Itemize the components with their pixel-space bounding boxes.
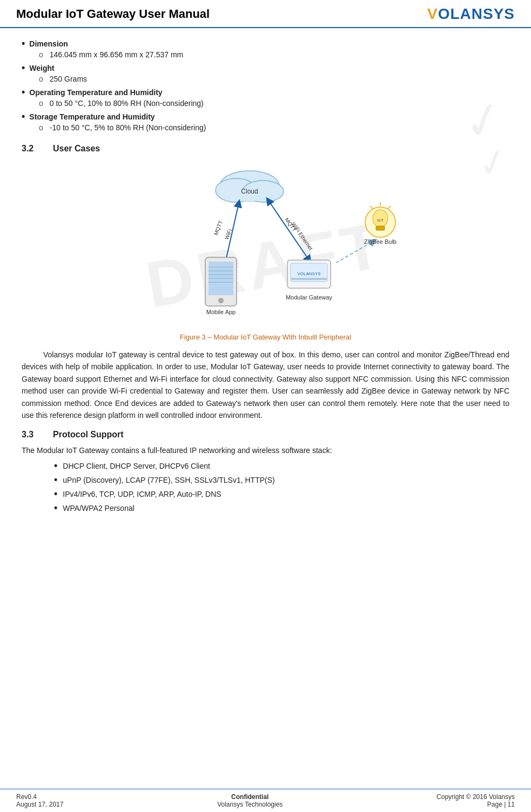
figure-caption: Figure 3 – Modular IoT Gateway With Inbu… xyxy=(22,333,509,341)
section-33-heading: 3.3 Protocol Support xyxy=(22,430,509,440)
logo-rest: OLANSYS xyxy=(438,5,515,22)
footer-confidential: Confidential xyxy=(217,793,283,801)
protocol-list: DHCP Client, DHCP Server, DHCPv6 Client … xyxy=(54,460,509,514)
footer-copyright: Copyright © 2016 Volansys xyxy=(436,793,515,801)
svg-line-23 xyxy=(370,206,373,209)
body-paragraph: Volansys modular IoT gateway is central … xyxy=(22,349,509,421)
section-33-title: Protocol Support xyxy=(53,430,124,440)
footer-center: Confidential Volansys Technologies xyxy=(217,793,283,808)
svg-text:VOLANSYS: VOLANSYS xyxy=(297,271,320,276)
section-32-heading: 3.2 User Cases xyxy=(22,144,509,154)
wifi-ethernet-label: WiFi Ethernet xyxy=(290,221,314,251)
spec-operating-temp: Operating Temperature and Humidity 0 to … xyxy=(22,86,509,108)
page-content: Dimension 146.045 mm x 96.656 mm x 27.53… xyxy=(0,28,531,514)
footer-company: Volansys Technologies xyxy=(217,801,283,808)
footer-page: Page | 11 xyxy=(436,801,515,808)
logo-v: V xyxy=(427,5,438,22)
protocol-item-4: WPA/WPA2 Personal xyxy=(54,502,509,514)
spec-storage-temp-value: -10 to 50 °C, 5% to 80% RH (Non-consider… xyxy=(39,123,509,132)
protocol-item-1: DHCP Client, DHCP Server, DHCPv6 Client xyxy=(54,460,509,471)
footer-rev: Rev0.4 xyxy=(16,793,63,801)
spec-weight: Weight 250 Grams xyxy=(22,62,509,83)
company-logo: VOLANSYS xyxy=(427,5,515,23)
page-header: Modular IoT Gateway User Manual VOLANSYS xyxy=(0,0,531,28)
spec-storage-temp: Storage Temperature and Humidity -10 to … xyxy=(22,111,509,132)
page-footer: Rev0.4 August 17, 2017 Confidential Vola… xyxy=(0,789,531,812)
svg-point-14 xyxy=(218,298,224,303)
spec-operating-temp-value: 0 to 50 °C, 10% to 80% RH (Non-consideri… xyxy=(39,99,509,108)
spec-operating-temp-title: Operating Temperature and Humidity xyxy=(22,86,509,98)
diagram-svg: Cloud MQTT WiFi MQTT Wi xyxy=(125,160,406,328)
svg-line-24 xyxy=(388,206,391,209)
mqtt-left-label: MQTT xyxy=(212,219,224,236)
svg-line-5 xyxy=(268,201,309,260)
document-title: Modular IoT Gateway User Manual xyxy=(16,7,210,21)
svg-text:IoT: IoT xyxy=(377,218,384,223)
footer-left: Rev0.4 August 17, 2017 xyxy=(16,793,63,808)
footer-right: Copyright © 2016 Volansys Page | 11 xyxy=(436,793,515,808)
specs-list: Dimension 146.045 mm x 96.656 mm x 27.53… xyxy=(22,38,509,132)
cloud-label: Cloud xyxy=(241,188,258,195)
protocol-item-3: IPv4/IPv6, TCP, UDP, ICMP, ARP, Auto-IP,… xyxy=(54,488,509,500)
spec-weight-value: 250 Grams xyxy=(39,75,509,83)
svg-rect-21 xyxy=(376,226,385,230)
mobile-app-label: Mobile App xyxy=(206,309,235,315)
svg-rect-18 xyxy=(291,278,327,280)
zigbee-label: ZigBee Bulb xyxy=(364,238,396,245)
gateway-label: Modular Gateway xyxy=(285,294,332,301)
spec-dimension-value: 146.045 mm x 96.656 mm x 27.537 mm xyxy=(39,50,509,59)
protocol-item-2: uPnP (Discovery), LCAP (77FE), SSH, SSLv… xyxy=(54,474,509,485)
spec-dimension: Dimension 146.045 mm x 96.656 mm x 27.53… xyxy=(22,38,509,59)
spec-dimension-title: Dimension xyxy=(22,38,509,49)
footer-date: August 17, 2017 xyxy=(16,801,63,808)
spec-weight-title: Weight xyxy=(22,62,509,74)
section-33-num: 3.3 xyxy=(22,430,43,440)
spec-storage-temp-title: Storage Temperature and Humidity xyxy=(22,111,509,122)
figure-area: Cloud MQTT WiFi MQTT Wi xyxy=(125,160,406,328)
section-32-title: User Cases xyxy=(53,144,100,154)
protocol-intro: The Modular IoT Gateway contains a full-… xyxy=(22,446,509,455)
section-32-num: 3.2 xyxy=(22,144,43,154)
